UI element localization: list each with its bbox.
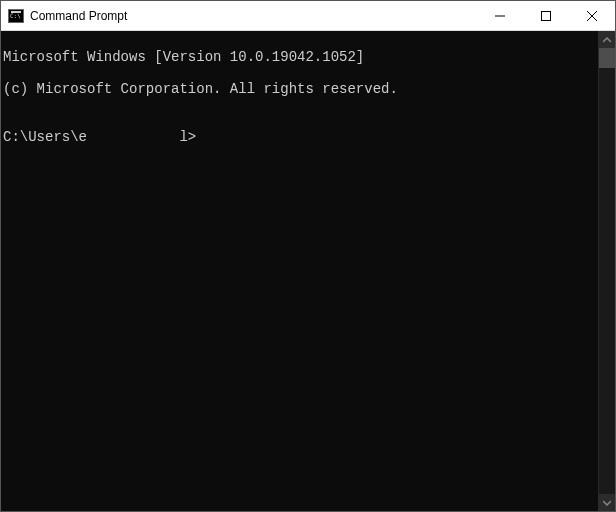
close-button[interactable] bbox=[569, 1, 615, 30]
scroll-down-button[interactable] bbox=[599, 494, 615, 511]
chevron-down-icon bbox=[603, 499, 611, 507]
scroll-thumb[interactable] bbox=[599, 48, 615, 68]
scroll-up-button[interactable] bbox=[599, 31, 615, 48]
svg-rect-1 bbox=[542, 11, 551, 20]
chevron-up-icon bbox=[603, 36, 611, 44]
titlebar-left: Command Prompt bbox=[1, 9, 127, 23]
minimize-button[interactable] bbox=[477, 1, 523, 30]
maximize-button[interactable] bbox=[523, 1, 569, 30]
console-prompt: C:\Users\e l> bbox=[3, 129, 598, 145]
minimize-icon bbox=[495, 11, 505, 21]
scroll-track[interactable] bbox=[599, 48, 615, 494]
cmd-icon bbox=[8, 9, 24, 23]
console-output[interactable]: Microsoft Windows [Version 10.0.19042.10… bbox=[1, 31, 598, 511]
window-title: Command Prompt bbox=[30, 9, 127, 23]
console-line: (c) Microsoft Corporation. All rights re… bbox=[3, 81, 598, 97]
command-prompt-window: Command Prompt Microsoft Windows [Versio… bbox=[0, 0, 616, 512]
client-area: Microsoft Windows [Version 10.0.19042.10… bbox=[1, 31, 615, 511]
vertical-scrollbar[interactable] bbox=[598, 31, 615, 511]
maximize-icon bbox=[541, 11, 551, 21]
titlebar[interactable]: Command Prompt bbox=[1, 1, 615, 31]
window-controls bbox=[477, 1, 615, 30]
console-line: Microsoft Windows [Version 10.0.19042.10… bbox=[3, 49, 598, 65]
close-icon bbox=[587, 11, 597, 21]
